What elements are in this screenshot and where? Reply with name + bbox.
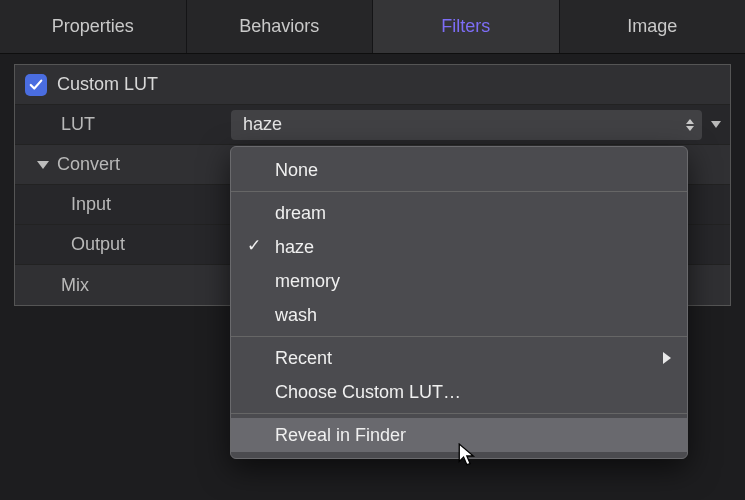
menu-item-dream[interactable]: dream xyxy=(231,196,687,230)
menu-item-haze[interactable]: ✓haze xyxy=(231,230,687,264)
checkmark-icon: ✓ xyxy=(247,235,261,256)
filter-title: Custom LUT xyxy=(57,74,158,95)
menu-item-choose[interactable]: Choose Custom LUT… xyxy=(231,375,687,409)
filter-header: Custom LUT xyxy=(15,65,730,105)
tab-label: Properties xyxy=(52,16,134,37)
menu-separator xyxy=(231,191,687,192)
inspector-tabbar: Properties Behaviors Filters Image xyxy=(0,0,745,54)
param-label: Output xyxy=(71,234,125,255)
menu-item-label: haze xyxy=(275,237,314,258)
menu-separator xyxy=(231,413,687,414)
tab-properties[interactable]: Properties xyxy=(0,0,187,53)
param-disclosure[interactable] xyxy=(702,121,730,128)
menu-separator xyxy=(231,336,687,337)
lut-dropdown[interactable]: haze xyxy=(231,110,702,140)
updown-icon xyxy=(686,119,694,131)
menu-item-wash[interactable]: wash xyxy=(231,298,687,332)
chevron-down-icon xyxy=(711,121,721,128)
tab-filters[interactable]: Filters xyxy=(373,0,560,53)
submenu-arrow-icon xyxy=(663,352,671,364)
menu-item-label: Reveal in Finder xyxy=(275,425,406,446)
tab-image[interactable]: Image xyxy=(560,0,746,53)
param-label: Convert xyxy=(57,154,120,175)
tab-behaviors[interactable]: Behaviors xyxy=(187,0,374,53)
disclosure-triangle-icon xyxy=(37,161,49,169)
tab-label: Behaviors xyxy=(239,16,319,37)
param-label: LUT xyxy=(61,114,95,135)
param-row-lut: LUT haze xyxy=(15,105,730,145)
checkmark-icon xyxy=(29,78,43,92)
menu-item-recent[interactable]: Recent xyxy=(231,341,687,375)
menu-item-none[interactable]: None xyxy=(231,153,687,187)
dropdown-value: haze xyxy=(243,114,282,135)
param-label: Input xyxy=(71,194,111,215)
menu-item-reveal[interactable]: Reveal in Finder xyxy=(231,418,687,452)
lut-popup-menu: None dream ✓haze memory wash Recent Choo… xyxy=(230,146,688,459)
enable-checkbox[interactable] xyxy=(25,74,47,96)
tab-label: Filters xyxy=(441,16,490,37)
menu-item-memory[interactable]: memory xyxy=(231,264,687,298)
menu-item-label: dream xyxy=(275,203,326,224)
menu-item-label: memory xyxy=(275,271,340,292)
param-label: Mix xyxy=(61,275,89,296)
tab-label: Image xyxy=(627,16,677,37)
menu-item-label: Recent xyxy=(275,348,332,369)
menu-item-label: Choose Custom LUT… xyxy=(275,382,461,403)
menu-item-label: None xyxy=(275,160,318,181)
menu-item-label: wash xyxy=(275,305,317,326)
